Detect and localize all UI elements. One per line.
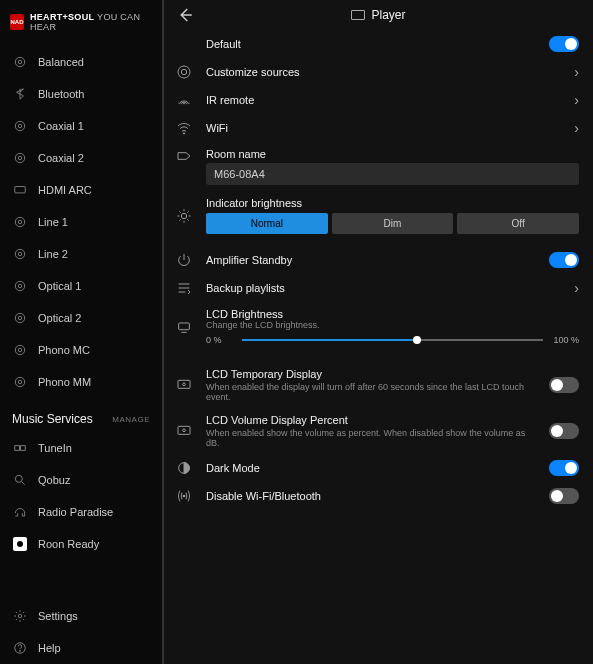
dark-mode-toggle[interactable] xyxy=(549,460,579,476)
svg-point-21 xyxy=(15,475,22,482)
svg-point-2 xyxy=(15,121,24,130)
headphones-icon xyxy=(12,504,28,520)
sidebar-item-label: Balanced xyxy=(38,56,84,68)
sidebar-input-coaxial-2[interactable]: Coaxial 2 xyxy=(0,142,162,174)
indicator-option-off[interactable]: Off xyxy=(457,213,579,234)
svg-rect-30 xyxy=(178,380,190,388)
sidebar-input-phono-mc[interactable]: Phono MC xyxy=(0,334,162,366)
sidebar-input-hdmi-arc[interactable]: HDMI ARC xyxy=(0,174,162,206)
chevron-right-icon: › xyxy=(574,120,579,136)
row-default: Default xyxy=(174,30,579,58)
slider-min-label: 0 % xyxy=(206,335,234,345)
page-title: Player xyxy=(351,8,405,22)
sidebar-input-coaxial-1[interactable]: Coaxial 1 xyxy=(0,110,162,142)
svg-point-10 xyxy=(18,252,22,256)
sidebar-input-line-2[interactable]: Line 2 xyxy=(0,238,162,270)
svg-rect-32 xyxy=(178,426,190,434)
main-panel: Player Default Customize sources › IR re… xyxy=(162,0,593,664)
tunein-icon xyxy=(12,440,28,456)
row-indicator-brightness: Indicator brightness Normal Dim Off xyxy=(174,191,579,240)
circle-icon xyxy=(12,278,28,294)
row-backup-playlists[interactable]: Backup playlists › xyxy=(174,274,579,302)
display-icon xyxy=(174,377,194,393)
sidebar-input-phono-mm[interactable]: Phono MM xyxy=(0,366,162,398)
sidebar-service-radio-paradise[interactable]: Radio Paradise xyxy=(0,496,162,528)
circle-icon xyxy=(12,310,28,326)
svg-point-27 xyxy=(183,133,184,134)
sidebar-item-label: HDMI ARC xyxy=(38,184,92,196)
indicator-option-normal[interactable]: Normal xyxy=(206,213,328,234)
sidebar-input-line-1[interactable]: Line 1 xyxy=(0,206,162,238)
circle-icon xyxy=(12,342,28,358)
sidebar-input-balanced[interactable]: Balanced xyxy=(0,46,162,78)
sidebar-item-label: Qobuz xyxy=(38,474,70,486)
indicator-option-dim[interactable]: Dim xyxy=(332,213,454,234)
search-icon xyxy=(12,472,28,488)
help-icon xyxy=(12,640,28,656)
sidebar-item-label: Optical 2 xyxy=(38,312,81,324)
sidebar-item-label: TuneIn xyxy=(38,442,72,454)
svg-point-8 xyxy=(18,220,22,224)
player-icon xyxy=(351,10,365,20)
svg-point-31 xyxy=(183,383,186,386)
svg-point-28 xyxy=(181,213,186,218)
indicator-segmented: Normal Dim Off xyxy=(206,213,579,234)
sidebar-service-qobuz[interactable]: Qobuz xyxy=(0,464,162,496)
circle-icon xyxy=(12,246,28,262)
svg-point-0 xyxy=(15,57,24,66)
sidebar-input-bluetooth[interactable]: Bluetooth xyxy=(0,78,162,110)
roon-icon xyxy=(12,536,28,552)
svg-point-17 xyxy=(15,377,24,386)
sidebar-service-roon-ready[interactable]: Roon Ready xyxy=(0,528,162,560)
row-lcd-volume-percent: LCD Volume Display Percent When enabled … xyxy=(174,408,579,454)
svg-point-9 xyxy=(15,249,24,258)
sidebar: NAD HEART+SOUL YOU CAN HEAR BalancedBlue… xyxy=(0,0,162,664)
lcd-volume-toggle[interactable] xyxy=(549,423,579,439)
sidebar-item-label: Roon Ready xyxy=(38,538,99,550)
sidebar-item-label: Coaxial 1 xyxy=(38,120,84,132)
svg-point-14 xyxy=(18,316,22,320)
row-customize-sources[interactable]: Customize sources › xyxy=(174,58,579,86)
sidebar-input-optical-2[interactable]: Optical 2 xyxy=(0,302,162,334)
remote-icon xyxy=(174,92,194,108)
svg-point-5 xyxy=(18,156,22,160)
svg-rect-6 xyxy=(15,187,26,193)
manage-link[interactable]: MANAGE xyxy=(112,415,150,424)
indicator-label: Indicator brightness xyxy=(206,197,579,209)
row-wifi[interactable]: WiFi › xyxy=(174,114,579,142)
list-icon xyxy=(174,280,194,296)
default-toggle[interactable] xyxy=(549,36,579,52)
chevron-right-icon: › xyxy=(574,280,579,296)
power-icon xyxy=(174,252,194,268)
sidebar-item-label: Bluetooth xyxy=(38,88,84,100)
room-name-input[interactable] xyxy=(206,163,579,185)
amplifier-standby-toggle[interactable] xyxy=(549,252,579,268)
row-disable-wifi-bt: Disable Wi-Fi/Bluetooth xyxy=(174,482,579,510)
gear-icon xyxy=(12,608,28,624)
row-ir-remote[interactable]: IR remote › xyxy=(174,86,579,114)
sidebar-footer-settings[interactable]: Settings xyxy=(0,600,162,632)
svg-point-11 xyxy=(15,281,24,290)
brand: NAD HEART+SOUL YOU CAN HEAR xyxy=(0,8,162,46)
target-icon xyxy=(174,64,194,80)
back-button[interactable] xyxy=(176,6,194,26)
sidebar-input-optical-1[interactable]: Optical 1 xyxy=(0,270,162,302)
svg-rect-19 xyxy=(15,446,20,451)
svg-rect-29 xyxy=(179,323,190,330)
row-room-name: Room name xyxy=(174,142,579,191)
sidebar-service-tunein[interactable]: TuneIn xyxy=(0,432,162,464)
disable-wifi-bt-toggle[interactable] xyxy=(549,488,579,504)
sidebar-footer-help[interactable]: Help xyxy=(0,632,162,664)
sidebar-item-label: Optical 1 xyxy=(38,280,81,292)
circle-icon xyxy=(12,214,28,230)
music-services-header: Music Services MANAGE xyxy=(0,398,162,432)
svg-point-12 xyxy=(18,284,22,288)
antenna-icon xyxy=(174,488,194,504)
lcd-brightness-label: LCD Brightness xyxy=(206,308,579,320)
sun-icon xyxy=(174,208,194,224)
brightness-icon xyxy=(174,319,194,335)
lcd-brightness-slider[interactable] xyxy=(242,334,543,346)
lcd-temporary-toggle[interactable] xyxy=(549,377,579,393)
svg-point-13 xyxy=(15,313,24,322)
svg-point-7 xyxy=(15,217,24,226)
